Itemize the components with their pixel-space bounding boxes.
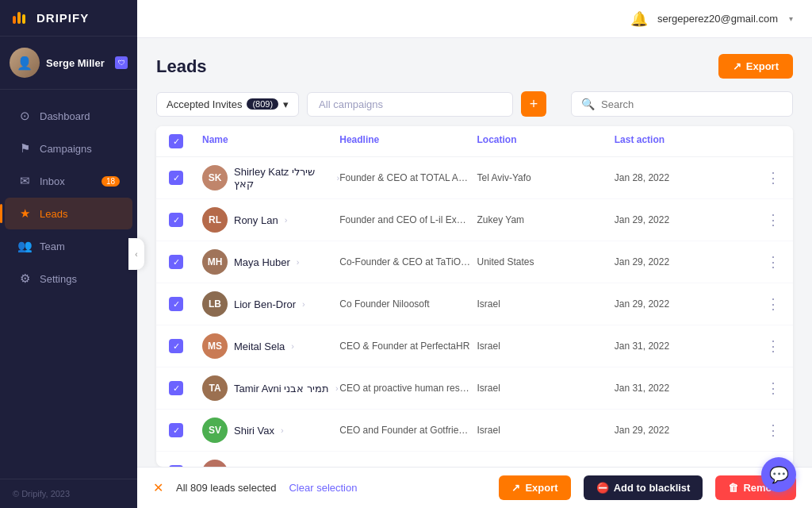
- col-location: Location: [477, 134, 615, 148]
- add-to-blacklist-button[interactable]: ⛔ Add to blacklist: [584, 475, 703, 500]
- clear-selection-button[interactable]: Clear selection: [289, 482, 357, 494]
- add-campaign-button[interactable]: +: [521, 91, 546, 117]
- row-actions-button-2[interactable]: ⋮: [752, 253, 780, 271]
- filter-label: Accepted Invites: [167, 98, 242, 110]
- arrow-icon: ›: [285, 215, 288, 225]
- table-row[interactable]: ✓ SV Shiri Vax › CEO and Founder at Gotf…: [156, 410, 793, 452]
- inbox-badge: 18: [102, 176, 120, 187]
- arrow-icon: ›: [297, 257, 300, 267]
- sidebar-footer: © Dripify, 2023: [0, 479, 137, 508]
- cell-date-0: Jan 28, 2022: [615, 172, 752, 183]
- row-actions-button-6[interactable]: ⋮: [752, 421, 780, 439]
- arrow-icon: ›: [291, 341, 294, 351]
- row-actions-button-1[interactable]: ⋮: [752, 211, 780, 229]
- page-title: Leads: [156, 56, 207, 77]
- cell-location-4: Israel: [477, 341, 615, 352]
- col-actions: [752, 134, 780, 148]
- row-checkbox-3[interactable]: ✓: [169, 297, 183, 311]
- sidebar-item-label: Dashboard: [40, 110, 90, 122]
- table-row[interactable]: ✓ MH Maya Huber › Co-Founder & CEO at Ta…: [156, 241, 793, 283]
- col-last-action: Last action: [615, 134, 752, 148]
- col-name: Name: [202, 134, 339, 148]
- avatar: 👤: [10, 48, 40, 78]
- row-checkbox-4[interactable]: ✓: [169, 339, 183, 353]
- nav: ⊙ Dashboard ⚑ Campaigns ✉ Inbox 18 ★ Lea…: [0, 90, 137, 479]
- filter-dropdown[interactable]: Accepted Invites (809) ▾: [156, 92, 299, 117]
- app-name: DRIPIFY: [36, 11, 89, 25]
- sidebar-item-label: Team: [40, 241, 65, 252]
- filter-count: (809): [247, 98, 278, 110]
- row-avatar-4: MS: [202, 333, 228, 359]
- select-all-checkbox[interactable]: ✓: [169, 134, 183, 148]
- trash-icon: 🗑: [728, 482, 738, 494]
- inbox-icon: ✉: [17, 174, 32, 188]
- export-button[interactable]: ↗ Export: [718, 54, 793, 79]
- selection-count-text: All 809 leads selected: [176, 482, 276, 494]
- lead-name-5: Tamir Avni תמיר אבני: [234, 383, 329, 394]
- table-row[interactable]: ✓ LB Lior Ben-Dror › Co Founder Niloosof…: [156, 283, 793, 325]
- close-selection-button[interactable]: ✕: [153, 480, 163, 495]
- sidebar-item-inbox[interactable]: ✉ Inbox 18: [5, 165, 132, 197]
- cell-name-5: TA Tamir Avni תמיר אבני ›: [202, 375, 339, 401]
- table-row[interactable]: ✓ MS Meital Sela › CEO & Founder at Perf…: [156, 325, 793, 368]
- lead-name-1: Rony Lan: [234, 214, 278, 226]
- row-actions-button-3[interactable]: ⋮: [752, 295, 780, 313]
- sidebar-item-dashboard[interactable]: ⊙ Dashboard: [5, 100, 132, 132]
- cell-location-2: United States: [477, 256, 615, 267]
- campaign-dropdown[interactable]: All campaigns: [307, 92, 513, 117]
- notification-bell-icon[interactable]: 🔔: [630, 10, 648, 28]
- cell-location-0: Tel Aviv-Yafo: [477, 172, 615, 183]
- table-row[interactable]: ✓ RL Rony Lan › Founder and CEO of L-il …: [156, 199, 793, 241]
- sidebar-item-label: Leads: [40, 208, 67, 220]
- row-avatar-7: HA: [202, 460, 228, 467]
- chevron-down-icon: ▾: [283, 98, 289, 110]
- chat-bubble-button[interactable]: 💬: [761, 457, 796, 492]
- row-checkbox-0[interactable]: ✓: [169, 171, 183, 185]
- cell-headline-2: Co-Founder & CEO at TaTiO, PhD.: [339, 256, 477, 267]
- sidebar-item-campaigns[interactable]: ⚑ Campaigns: [5, 133, 132, 164]
- collapse-sidebar-button[interactable]: ‹: [128, 238, 144, 270]
- chevron-down-icon[interactable]: ▾: [789, 14, 793, 23]
- export-icon: ↗: [733, 60, 741, 72]
- content-area: Leads ↗ Export Accepted Invites (809) ▾ …: [137, 38, 812, 467]
- leads-icon: ★: [17, 206, 32, 221]
- export-label: Export: [746, 60, 779, 72]
- row-checkbox-1[interactable]: ✓: [169, 213, 183, 227]
- topbar: 🔔 sergeperez20@gmail.com ▾: [137, 0, 812, 38]
- sidebar-item-leads[interactable]: ★ Leads: [5, 198, 132, 229]
- user-name: Serge Miller: [46, 57, 105, 69]
- lead-name-3: Lior Ben-Dror: [234, 298, 296, 310]
- cell-location-3: Israel: [477, 298, 615, 310]
- lead-name-4: Meital Sela: [234, 341, 285, 352]
- arrow-icon: ›: [281, 425, 284, 435]
- row-avatar-5: TA: [202, 375, 228, 401]
- cell-name-6: SV Shiri Vax ›: [202, 418, 339, 443]
- cell-headline-3: Co Founder Niloosoft: [339, 298, 477, 310]
- bottom-export-button[interactable]: ↗ Export: [499, 475, 570, 500]
- table-row[interactable]: ✓ SK Shirley Katz שירלי קאץ › Founder & …: [156, 157, 793, 199]
- cell-name-2: MH Maya Huber ›: [202, 249, 339, 275]
- sidebar: DRIPIFY 👤 Serge Miller 🛡 ⊙ Dashboard ⚑ C…: [0, 0, 137, 508]
- row-checkbox-2[interactable]: ✓: [169, 255, 183, 269]
- row-checkbox-6[interactable]: ✓: [169, 423, 183, 437]
- blacklist-label: Add to blacklist: [614, 482, 691, 494]
- row-checkbox-5[interactable]: ✓: [169, 381, 183, 395]
- bottom-bar: ✕ All 809 leads selected Clear selection…: [137, 467, 812, 508]
- row-actions-button-5[interactable]: ⋮: [752, 379, 780, 397]
- cell-date-3: Jan 29, 2022: [615, 298, 752, 310]
- user-email: sergeperez20@gmail.com: [657, 13, 778, 25]
- lead-name-0: Shirley Katz שירלי קאץ: [234, 166, 331, 190]
- row-actions-button-4[interactable]: ⋮: [752, 337, 780, 355]
- sidebar-item-team[interactable]: 👥 Team: [5, 230, 132, 262]
- lead-name-6: Shiri Vax: [234, 425, 274, 437]
- dashboard-icon: ⊙: [17, 109, 32, 123]
- search-input[interactable]: [601, 98, 783, 110]
- table-row[interactable]: ✓ TA Tamir Avni תמיר אבני › CEO at proac…: [156, 368, 793, 410]
- table-row[interactable]: ✓ HA Hagit Avital › Owner and CEO at Cap…: [156, 452, 793, 467]
- row-actions-button-0[interactable]: ⋮: [752, 169, 780, 187]
- sidebar-item-settings[interactable]: ⚙ Settings: [5, 263, 132, 294]
- cell-location-5: Israel: [477, 383, 615, 394]
- lead-name-2: Maya Huber: [234, 256, 290, 268]
- bottom-export-label: Export: [525, 482, 557, 494]
- shield-icon: 🛡: [115, 56, 128, 69]
